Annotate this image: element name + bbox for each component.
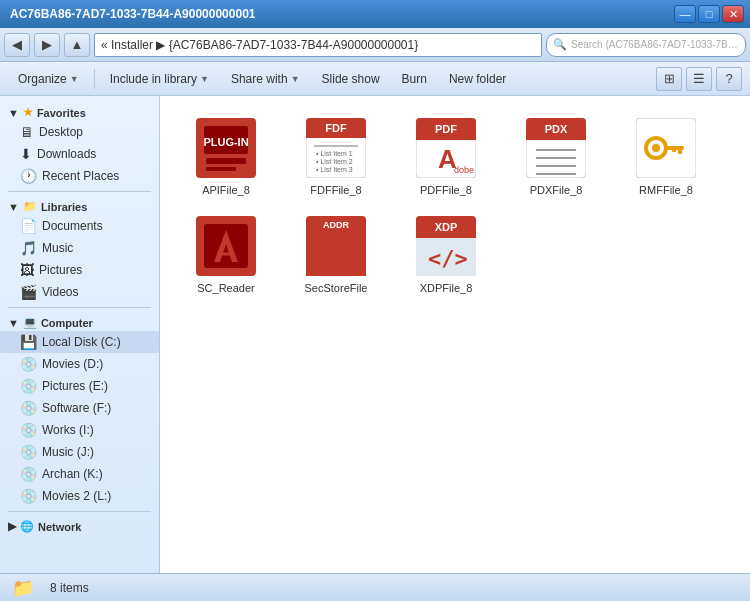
sidebar-item-documents-label: Documents xyxy=(42,219,103,233)
fdf-svg-icon: FDF • List Item 1 • List Item 2 • List I… xyxy=(306,118,366,178)
network-icon: 🌐 xyxy=(20,520,34,533)
include-library-label: Include in library xyxy=(110,72,197,86)
breadcrumb-text: « Installer ▶ {AC76BA86-7AD7-1033-7B44-A… xyxy=(101,38,418,52)
slide-show-button[interactable]: Slide show xyxy=(312,66,390,92)
favorites-section: ▼ ★ Favorites 🖥 Desktop ⬇ Downloads 🕐 Re… xyxy=(0,102,159,187)
favorites-label: Favorites xyxy=(37,107,86,119)
new-folder-button[interactable]: New folder xyxy=(439,66,516,92)
sidebar-item-movies-d[interactable]: 💿 Movies (D:) xyxy=(0,353,159,375)
pictures-icon: 🖼 xyxy=(20,262,34,278)
sidebar-item-works-i[interactable]: 💿 Works (I:) xyxy=(0,419,159,441)
file-icon-fdffile[interactable]: FDF • List Item 1 • List Item 2 • List I… xyxy=(286,112,386,200)
main-layout: ▼ ★ Favorites 🖥 Desktop ⬇ Downloads 🕐 Re… xyxy=(0,96,750,573)
sidebar-item-music[interactable]: 🎵 Music xyxy=(0,237,159,259)
network-label: Network xyxy=(38,521,81,533)
pdx-svg-icon: PDX xyxy=(526,118,586,178)
file-icon-pdxfile[interactable]: PDX PDXFile_8 xyxy=(506,112,606,200)
svg-rect-4 xyxy=(206,167,236,171)
sidebar-item-local-disk-label: Local Disk (C:) xyxy=(42,335,121,349)
forward-button[interactable]: ▶ xyxy=(34,33,60,57)
sidebar-item-music-j[interactable]: 💿 Music (J:) xyxy=(0,441,159,463)
sidebar-item-documents[interactable]: 📄 Documents xyxy=(0,215,159,237)
sidebar-item-archan-k[interactable]: 💿 Archan (K:) xyxy=(0,463,159,485)
desktop-icon: 🖥 xyxy=(20,124,34,140)
share-with-button[interactable]: Share with ▼ xyxy=(221,66,310,92)
sidebar-item-recent-places[interactable]: 🕐 Recent Places xyxy=(0,165,159,187)
sidebar-item-software-f[interactable]: 💿 Software (F:) xyxy=(0,397,159,419)
sidebar-divider-3 xyxy=(8,511,151,512)
svg-rect-32 xyxy=(672,146,676,152)
plugin-svg-icon: PLUG-IN xyxy=(196,118,256,178)
svg-rect-21 xyxy=(526,136,586,140)
computer-header[interactable]: ▼ 💻 Computer xyxy=(0,312,159,331)
search-bar[interactable]: 🔍 Search {AC76BA86-7AD7-1033-7B44-... xyxy=(546,33,746,57)
file-icon-apifile[interactable]: PLUG-IN APIFile_8 xyxy=(176,112,276,200)
address-bar: ◀ ▶ ▲ « Installer ▶ {AC76BA86-7AD7-1033-… xyxy=(0,28,750,62)
documents-icon: 📄 xyxy=(20,218,37,234)
svg-text:• List Item 1: • List Item 1 xyxy=(316,150,353,157)
addr-svg-icon: ADDR xyxy=(306,216,366,276)
svg-rect-39 xyxy=(306,230,366,234)
sidebar-item-desktop[interactable]: 🖥 Desktop xyxy=(0,121,159,143)
svg-text:• List Item 3: • List Item 3 xyxy=(316,166,353,173)
favorites-expand-icon: ▼ xyxy=(8,107,19,119)
close-button[interactable]: ✕ xyxy=(722,5,744,23)
minimize-button[interactable]: — xyxy=(674,5,696,23)
sidebar-item-software-f-label: Software (F:) xyxy=(42,401,111,415)
file-icon-rmffile[interactable]: RMFFile_8 xyxy=(616,112,716,200)
secstorefile-label: SecStoreFile xyxy=(305,282,368,294)
sidebar-item-downloads-label: Downloads xyxy=(37,147,96,161)
search-icon: 🔍 xyxy=(553,38,567,51)
up-button[interactable]: ▲ xyxy=(64,33,90,57)
file-icon-secstorefile[interactable]: ADDR SecStoreFile xyxy=(286,210,386,298)
sc-svg-icon xyxy=(196,216,256,276)
file-icon-xdpfile[interactable]: XDP </> XDPFile_8 xyxy=(396,210,496,298)
pdf-svg-icon: PDF A dobe xyxy=(416,118,476,178)
movies-d-icon: 💿 xyxy=(20,356,37,372)
works-i-icon: 💿 xyxy=(20,422,37,438)
slide-show-label: Slide show xyxy=(322,72,380,86)
libraries-header[interactable]: ▼ 📁 Libraries xyxy=(0,196,159,215)
breadcrumb[interactable]: « Installer ▶ {AC76BA86-7AD7-1033-7B44-A… xyxy=(94,33,542,57)
view-change-button[interactable]: ⊞ xyxy=(656,67,682,91)
sidebar-item-pictures-e[interactable]: 💿 Pictures (E:) xyxy=(0,375,159,397)
file-icon-screader[interactable]: SC_Reader xyxy=(176,210,276,298)
sidebar-item-local-disk[interactable]: 💾 Local Disk (C:) xyxy=(0,331,159,353)
sidebar-item-downloads[interactable]: ⬇ Downloads xyxy=(0,143,159,165)
organize-label: Organize xyxy=(18,72,67,86)
sidebar-item-movies2-l[interactable]: 💿 Movies 2 (L:) xyxy=(0,485,159,507)
screader-icon-img xyxy=(194,214,258,278)
title-bar-buttons: — □ ✕ xyxy=(674,5,744,23)
pictures-e-icon: 💿 xyxy=(20,378,37,394)
sidebar-item-pictures[interactable]: 🖼 Pictures xyxy=(0,259,159,281)
file-icon-pdffile[interactable]: PDF A dobe PDFFile_8 xyxy=(396,112,496,200)
network-header[interactable]: ▶ 🌐 Network xyxy=(0,516,159,535)
rmf-svg-icon xyxy=(636,118,696,178)
burn-button[interactable]: Burn xyxy=(392,66,437,92)
view-details-button[interactable]: ☰ xyxy=(686,67,712,91)
screader-label: SC_Reader xyxy=(197,282,254,294)
status-folder-icon: 📁 xyxy=(12,577,34,599)
computer-section: ▼ 💻 Computer 💾 Local Disk (C:) 💿 Movies … xyxy=(0,312,159,507)
maximize-button[interactable]: □ xyxy=(698,5,720,23)
svg-rect-7 xyxy=(306,134,366,138)
organize-button[interactable]: Organize ▼ xyxy=(8,66,89,92)
svg-rect-48 xyxy=(416,271,476,276)
computer-expand-icon: ▼ xyxy=(8,317,19,329)
fdffile-label: FDFFile_8 xyxy=(310,184,361,196)
favorites-star-icon: ★ xyxy=(23,106,33,119)
music-icon: 🎵 xyxy=(20,240,37,256)
sidebar-item-pictures-label: Pictures xyxy=(39,263,82,277)
back-button[interactable]: ◀ xyxy=(4,33,30,57)
movies2-l-icon: 💿 xyxy=(20,488,37,504)
include-library-button[interactable]: Include in library ▼ xyxy=(100,66,219,92)
network-expand-icon: ▶ xyxy=(8,520,16,533)
sidebar-item-archan-k-label: Archan (K:) xyxy=(42,467,103,481)
svg-text:• List Item 2: • List Item 2 xyxy=(316,158,353,165)
sidebar-item-videos[interactable]: 🎬 Videos xyxy=(0,281,159,303)
favorites-header[interactable]: ▼ ★ Favorites xyxy=(0,102,159,121)
sidebar-item-recent-label: Recent Places xyxy=(42,169,119,183)
apifile-icon-img: PLUG-IN xyxy=(194,116,258,180)
pdffile-label: PDFFile_8 xyxy=(420,184,472,196)
help-button[interactable]: ? xyxy=(716,67,742,91)
